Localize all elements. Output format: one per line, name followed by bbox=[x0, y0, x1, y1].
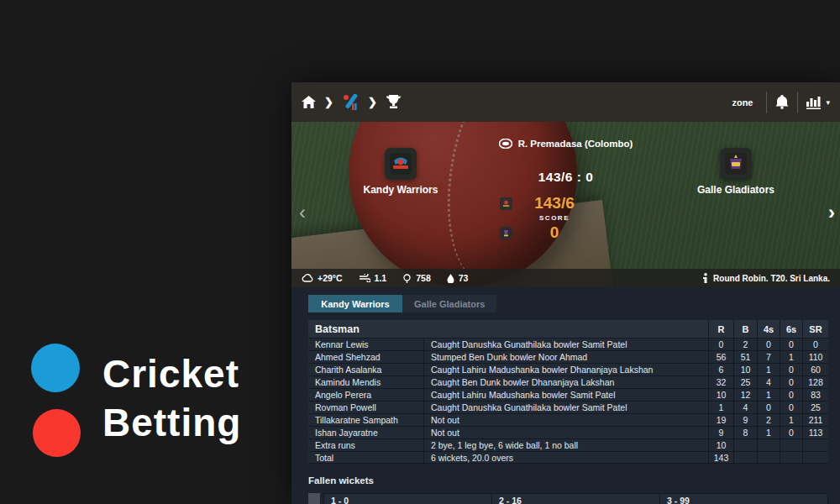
divider bbox=[766, 92, 767, 113]
batsman-dismissal: Not out bbox=[423, 427, 708, 438]
batsman-runs: 10 bbox=[708, 389, 733, 401]
team-tabs: Kandy Warriors Galle Gladiators bbox=[308, 295, 828, 312]
batsman-name: Angelo Perera bbox=[308, 390, 423, 400]
batsman-sixes: 0 bbox=[780, 364, 802, 375]
app-window: ❯ ❯ zone bbox=[291, 82, 840, 504]
brand-panel: Cricket Betting bbox=[0, 0, 291, 504]
batsman-name: Ishan Jayaratne bbox=[308, 428, 423, 438]
batsman-strike-rate: 211 bbox=[802, 414, 828, 426]
batsman-row[interactable]: Kennar Lewis Caught Danushka Gunathilaka… bbox=[308, 338, 828, 350]
trophy-icon[interactable] bbox=[386, 95, 402, 109]
stats-chart-icon[interactable]: ▾ bbox=[806, 96, 830, 109]
score-label: SCORE bbox=[515, 214, 594, 222]
tab-galle-gladiators[interactable]: Galle Gladiators bbox=[402, 295, 496, 312]
batsman-dismissal: Stumped Ben Dunk bowler Noor Ahmad bbox=[423, 351, 708, 363]
batsman-fours: 7 bbox=[757, 351, 780, 363]
batsman-fours: 2 bbox=[757, 414, 780, 426]
cricket-bat-ball-icon[interactable] bbox=[342, 94, 360, 111]
team-home-name: Kandy Warriors bbox=[364, 184, 438, 196]
batsman-balls: 9 bbox=[733, 414, 757, 426]
batsman-strike-rate: 128 bbox=[802, 376, 828, 388]
chevron-right-icon: ❯ bbox=[367, 96, 378, 108]
team-home[interactable]: Kandy Warriors bbox=[346, 148, 455, 196]
info-icon bbox=[702, 273, 709, 283]
batsman-sixes: 0 bbox=[780, 427, 802, 438]
batsman-runs: 6 bbox=[708, 364, 733, 375]
brand-blue-dot bbox=[31, 344, 80, 392]
match-info: Round Robin. T20. Sri Lanka. bbox=[702, 273, 830, 283]
batsman-row[interactable]: Ishan Jayaratne Not out 9 8 1 0 113 bbox=[308, 426, 828, 438]
humidity-value: 73 bbox=[459, 273, 469, 283]
brand-title-line2: Betting bbox=[102, 400, 241, 445]
batsman-row[interactable]: Angelo Perera Caught Lahiru Madushanka b… bbox=[308, 388, 828, 401]
batsman-strike-rate: 113 bbox=[802, 427, 828, 438]
batsman-sixes bbox=[780, 439, 802, 451]
tab-kandy-warriors[interactable]: Kandy Warriors bbox=[308, 295, 402, 312]
batsman-balls: 25 bbox=[733, 376, 757, 388]
carousel-prev-arrow[interactable]: ‹ bbox=[299, 202, 306, 223]
batsman-dismissal: Caught Ben Dunk bowler Dhananjaya Laksha… bbox=[423, 376, 708, 388]
batsman-table-body: Kennar Lewis Caught Danushka Gunathilaka… bbox=[308, 338, 828, 464]
batsman-fours: 0 bbox=[757, 339, 780, 350]
batsman-fours bbox=[757, 439, 780, 451]
water-drop-icon bbox=[447, 274, 454, 283]
fallen-wickets-title: Fallen wickets bbox=[308, 475, 828, 486]
batsman-fours: 1 bbox=[757, 389, 780, 401]
batsman-row[interactable]: Ahmed Shehzad Stumped Ben Dunk bowler No… bbox=[308, 350, 828, 363]
batsman-row[interactable]: Tillakaratne Sampath Not out 19 9 2 1 21… bbox=[308, 413, 828, 426]
batsman-row[interactable]: Kamindu Mendis Caught Ben Dunk bowler Dh… bbox=[308, 375, 828, 388]
fallen-wicket-item[interactable]: 1 - 0 bbox=[323, 493, 491, 504]
fallen-wicket-item[interactable]: 2 - 16 bbox=[491, 493, 659, 504]
batsman-sixes: 1 bbox=[780, 351, 802, 363]
wind-value: 1.1 bbox=[375, 273, 387, 283]
batsman-balls: 2 bbox=[733, 339, 757, 350]
temperature-item: +29°C bbox=[302, 273, 343, 283]
breadcrumb: ❯ ❯ bbox=[302, 94, 402, 111]
match-info-text: Round Robin. T20. Sri Lanka. bbox=[713, 274, 830, 283]
wind-item: 1.1 bbox=[359, 273, 387, 283]
batsman-dismissal: Caught Danushka Gunathilaka bowler Samit… bbox=[423, 339, 708, 350]
brand-title-line1: Cricket bbox=[102, 351, 239, 396]
fallen-wicket-item[interactable]: 3 - 99 bbox=[659, 493, 828, 504]
brand-red-dot bbox=[33, 409, 81, 457]
nav-bar: ❯ ❯ zone bbox=[291, 82, 840, 122]
batsman-name: Charith Asalanka bbox=[308, 365, 423, 375]
divider bbox=[797, 92, 798, 113]
batsman-fours: 0 bbox=[757, 402, 780, 413]
batsman-sixes: 0 bbox=[780, 339, 802, 350]
kandy-warriors-logo bbox=[385, 148, 417, 180]
home-icon[interactable] bbox=[302, 96, 316, 108]
galle-gladiators-logo bbox=[720, 148, 752, 180]
batsman-row[interactable]: Extra runs 2 bye, 1 leg bye, 6 wide ball… bbox=[308, 438, 828, 451]
batsman-name: Kamindu Mendis bbox=[308, 377, 423, 387]
batsman-row[interactable]: Total 6 wickets, 20.0 overs 143 bbox=[308, 451, 828, 464]
batsman-runs: 9 bbox=[708, 427, 733, 438]
column-header-strike-rate: SR bbox=[802, 320, 828, 338]
temperature-value: +29°C bbox=[318, 273, 343, 283]
column-header-sixes: 6s bbox=[780, 320, 802, 338]
bell-icon[interactable] bbox=[775, 95, 789, 109]
team-away[interactable]: Galle Gladiators bbox=[681, 148, 790, 196]
carousel-next-arrow[interactable]: › bbox=[828, 202, 835, 223]
score-home: 143/6 bbox=[515, 194, 594, 213]
batsman-balls: 10 bbox=[733, 364, 757, 375]
batsman-dismissal: Caught Danushka Gunathilaka bowler Samit… bbox=[423, 402, 708, 413]
batsman-strike-rate: 0 bbox=[802, 339, 828, 350]
chevron-down-icon: ▾ bbox=[826, 98, 830, 107]
zone-button[interactable]: zone bbox=[727, 94, 758, 111]
batsman-name: Tillakaratne Sampath bbox=[308, 415, 423, 425]
batsman-strike-rate: 83 bbox=[802, 389, 828, 401]
batsman-runs: 143 bbox=[708, 452, 733, 463]
batsman-table-header: Batsman R B 4s 6s SR bbox=[308, 320, 828, 338]
column-header-balls: B bbox=[733, 320, 757, 338]
batsman-row[interactable]: Charith Asalanka Caught Lahiru Madushank… bbox=[308, 363, 828, 375]
column-header-batsman: Batsman bbox=[308, 323, 423, 335]
humidity-item: 73 bbox=[447, 273, 469, 283]
batsman-row[interactable]: Rovman Powell Caught Danushka Gunathilak… bbox=[308, 401, 828, 413]
batsman-dismissal: Caught Lahiru Madushanka bowler Dhananja… bbox=[423, 364, 708, 375]
batsman-sixes: 0 bbox=[780, 376, 802, 388]
stadium-icon bbox=[499, 139, 512, 149]
galle-mini-logo-icon bbox=[500, 227, 512, 239]
batsman-balls bbox=[733, 439, 757, 451]
match-hero-banner: R. Premadasa (Colombo) 143/6 : 0 Kandy W… bbox=[291, 122, 840, 287]
